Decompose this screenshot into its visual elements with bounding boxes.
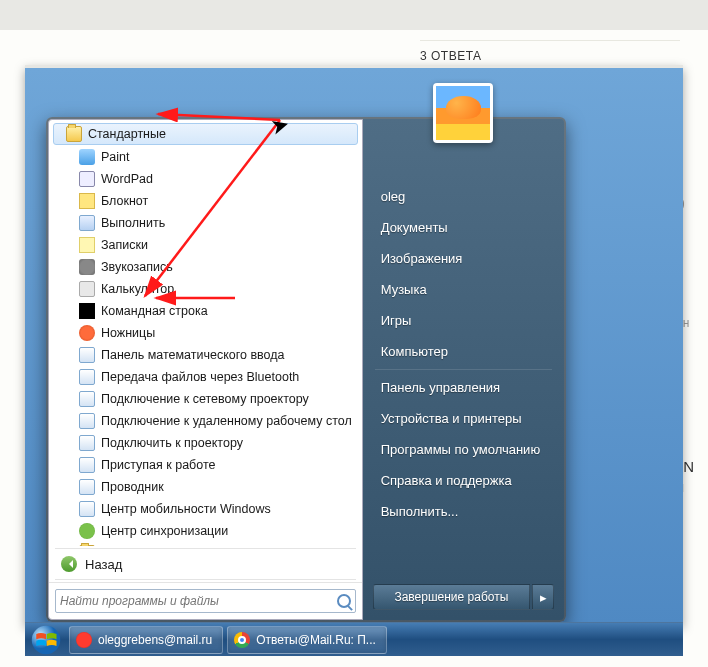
program-math-input[interactable]: Панель математического ввода [51, 344, 360, 366]
program-label: Подключить к проектору [101, 436, 243, 450]
program-label: Записки [101, 238, 148, 252]
back-label: Назад [85, 557, 122, 572]
program-label: Стандартные [88, 127, 166, 141]
cmd-icon [79, 303, 95, 319]
opera-icon [76, 632, 92, 648]
separator [375, 369, 552, 370]
program-stickynotes[interactable]: Записки [51, 234, 360, 256]
taskbar-item-label: oleggrebens@mail.ru [98, 633, 212, 647]
program-label: Блокнот [101, 194, 148, 208]
bluetooth-icon [79, 369, 95, 385]
search-icon [337, 594, 351, 608]
program-mobility-center[interactable]: Центр мобильности Windows [51, 498, 360, 520]
sync-icon [79, 523, 95, 539]
program-label: Звукозапись [101, 260, 173, 274]
paint-icon [79, 149, 95, 165]
folder-standartnye[interactable]: Стандартные [53, 123, 358, 145]
chrome-icon [234, 632, 250, 648]
calculator-icon [79, 281, 95, 297]
search-box[interactable] [55, 589, 356, 613]
taskbar-item-opera[interactable]: oleggrebens@mail.ru [69, 626, 223, 654]
link-pictures[interactable]: Изображения [367, 243, 560, 274]
user-name-link[interactable]: oleg [367, 181, 560, 212]
wordpad-icon [79, 171, 95, 187]
separator [55, 548, 356, 549]
projector-icon [79, 435, 95, 451]
program-label: Приступая к работе [101, 458, 215, 472]
explorer-icon [79, 479, 95, 495]
search-row [49, 582, 362, 619]
link-run[interactable]: Выполнить... [367, 496, 560, 527]
program-label: Подключение к сетевому проектору [101, 392, 309, 406]
program-label: Paint [101, 150, 130, 164]
program-soundrecorder[interactable]: Звукозапись [51, 256, 360, 278]
link-computer[interactable]: Компьютер [367, 336, 560, 367]
microphone-icon [79, 259, 95, 275]
program-label: Центр синхронизации [101, 524, 228, 538]
search-input[interactable] [60, 594, 337, 608]
program-connect-projector[interactable]: Подключить к проектору [51, 432, 360, 454]
taskbar: oleggrebens@mail.ru Ответы@Mail.Ru: П... [25, 622, 683, 656]
program-network-projector[interactable]: Подключение к сетевому проектору [51, 388, 360, 410]
folder-icon [66, 126, 82, 142]
start-menu: Стандартные Paint WordPad Блокнот Выполн… [46, 117, 566, 622]
separator [55, 579, 356, 580]
back-button[interactable]: Назад [49, 551, 362, 577]
folder-powershell[interactable]: Windows PowerShell [51, 542, 360, 546]
notepad-icon [79, 193, 95, 209]
program-calculator[interactable]: Калькулятор [51, 278, 360, 300]
program-label: Подключение к удаленному рабочему стол [101, 414, 352, 428]
program-label: Передача файлов через Bluetooth [101, 370, 299, 384]
start-menu-left-pane: Стандартные Paint WordPad Блокнот Выполн… [48, 119, 363, 620]
shutdown-button[interactable]: Завершение работы [373, 584, 530, 610]
link-default-programs[interactable]: Программы по умолчанию [367, 434, 560, 465]
link-music[interactable]: Музыка [367, 274, 560, 305]
program-snipping-tool[interactable]: Ножницы [51, 322, 360, 344]
start-button[interactable] [25, 623, 67, 657]
program-label: Калькулятор [101, 282, 174, 296]
link-control-panel[interactable]: Панель управления [367, 372, 560, 403]
program-cmd[interactable]: Командная строка [51, 300, 360, 322]
math-panel-icon [79, 347, 95, 363]
start-menu-right-pane: oleg Документы Изображения Музыка Игры К… [363, 119, 564, 620]
back-arrow-icon [61, 556, 77, 572]
projector-icon [79, 391, 95, 407]
folder-icon [79, 545, 95, 546]
scissors-icon [79, 325, 95, 341]
program-remote-desktop[interactable]: Подключение к удаленному рабочему стол [51, 410, 360, 432]
program-label: Ножницы [101, 326, 155, 340]
program-label: WordPad [101, 172, 153, 186]
remote-desktop-icon [79, 413, 95, 429]
taskbar-item-label: Ответы@Mail.Ru: П... [256, 633, 376, 647]
taskbar-item-chrome[interactable]: Ответы@Mail.Ru: П... [227, 626, 387, 654]
program-label: Проводник [101, 480, 164, 494]
program-paint[interactable]: Paint [51, 146, 360, 168]
program-bluetooth-transfer[interactable]: Передача файлов через Bluetooth [51, 366, 360, 388]
program-getting-started[interactable]: Приступая к работе [51, 454, 360, 476]
shutdown-row: Завершение работы ▸ [367, 578, 560, 616]
program-notepad[interactable]: Блокнот [51, 190, 360, 212]
shutdown-options-button[interactable]: ▸ [532, 584, 554, 610]
program-list[interactable]: Стандартные Paint WordPad Блокнот Выполн… [49, 120, 362, 546]
link-help-support[interactable]: Справка и поддержка [367, 465, 560, 496]
program-label: Центр мобильности Windows [101, 502, 271, 516]
avatar-image [436, 86, 490, 140]
program-wordpad[interactable]: WordPad [51, 168, 360, 190]
program-sync-center[interactable]: Центр синхронизации [51, 520, 360, 542]
user-avatar[interactable] [433, 83, 493, 143]
svg-point-0 [32, 625, 61, 654]
program-label: Панель математического ввода [101, 348, 285, 362]
link-devices-printers[interactable]: Устройства и принтеры [367, 403, 560, 434]
program-label: Выполнить [101, 216, 165, 230]
link-games[interactable]: Игры [367, 305, 560, 336]
sticky-notes-icon [79, 237, 95, 253]
getting-started-icon [79, 457, 95, 473]
run-icon [79, 215, 95, 231]
mobility-icon [79, 501, 95, 517]
windows-logo-icon [31, 625, 61, 655]
program-explorer[interactable]: Проводник [51, 476, 360, 498]
program-label: Командная строка [101, 304, 208, 318]
link-documents[interactable]: Документы [367, 212, 560, 243]
answers-count: 3 ОТВЕТА [420, 40, 680, 63]
program-run[interactable]: Выполнить [51, 212, 360, 234]
